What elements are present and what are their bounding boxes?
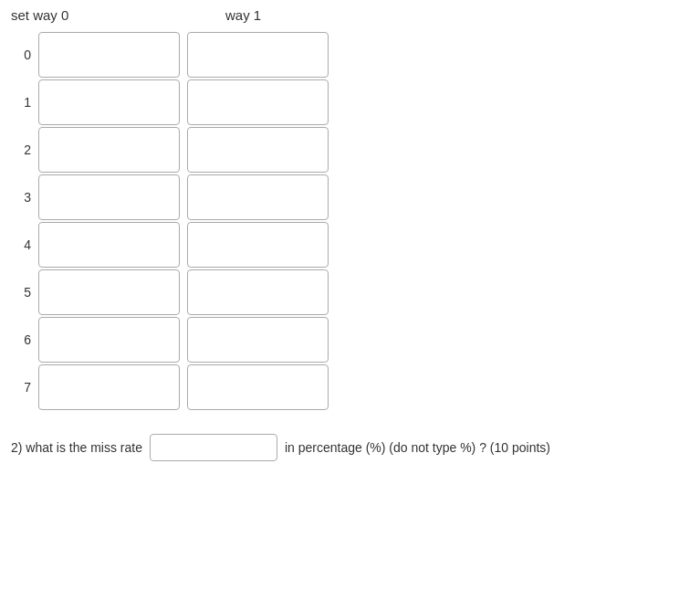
- way1-input-3[interactable]: [187, 174, 329, 220]
- way1-input-6[interactable]: [187, 317, 329, 363]
- grid-container: 0 1 2 3 4 5 6 7: [11, 32, 689, 412]
- row-label-0: 0: [11, 47, 38, 62]
- row-label-2: 2: [11, 142, 38, 157]
- table-row: 6: [11, 317, 689, 363]
- header-way1-label: way 1: [225, 7, 261, 23]
- header-row: set way 0 way 1: [11, 7, 689, 23]
- way0-input-4[interactable]: [38, 222, 180, 268]
- way0-input-0[interactable]: [38, 32, 180, 78]
- table-row: 0: [11, 32, 689, 78]
- row-label-6: 6: [11, 332, 38, 347]
- way0-input-6[interactable]: [38, 317, 180, 363]
- row-label-7: 7: [11, 380, 38, 395]
- way0-input-7[interactable]: [38, 364, 180, 410]
- way0-input-2[interactable]: [38, 127, 180, 173]
- table-row: 4: [11, 222, 689, 268]
- header-way0-label: set way 0: [11, 7, 157, 23]
- table-row: 7: [11, 364, 689, 410]
- way1-input-7[interactable]: [187, 364, 329, 410]
- row-label-4: 4: [11, 237, 38, 252]
- miss-rate-section: 2) what is the miss rate in percentage (…: [11, 434, 689, 461]
- way1-input-1[interactable]: [187, 79, 329, 125]
- miss-rate-label-post: in percentage (%) (do not type %) ? (10 …: [285, 440, 550, 455]
- way1-input-0[interactable]: [187, 32, 329, 78]
- way0-input-1[interactable]: [38, 79, 180, 125]
- miss-rate-label-pre: 2) what is the miss rate: [11, 440, 142, 455]
- row-label-3: 3: [11, 190, 38, 205]
- way1-input-5[interactable]: [187, 269, 329, 315]
- way1-input-2[interactable]: [187, 127, 329, 173]
- table-row: 1: [11, 79, 689, 125]
- way1-input-4[interactable]: [187, 222, 329, 268]
- way0-input-5[interactable]: [38, 269, 180, 315]
- row-label-1: 1: [11, 95, 38, 110]
- miss-rate-input[interactable]: [150, 434, 277, 461]
- table-row: 3: [11, 174, 689, 220]
- row-label-5: 5: [11, 285, 38, 300]
- table-row: 5: [11, 269, 689, 315]
- way0-input-3[interactable]: [38, 174, 180, 220]
- table-row: 2: [11, 127, 689, 173]
